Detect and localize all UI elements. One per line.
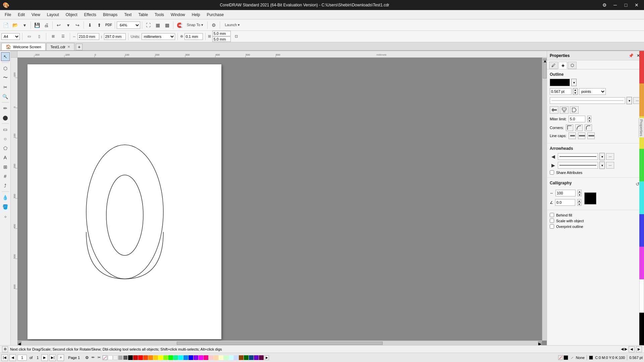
swatch-white[interactable]: [108, 355, 113, 360]
cal-width-down[interactable]: ▼: [578, 193, 582, 196]
miter-up[interactable]: ▲: [587, 116, 591, 119]
zoom-tool[interactable]: 🔍: [1, 92, 10, 101]
v-scroll-up[interactable]: ▲: [543, 58, 547, 61]
prop-tab-transparency[interactable]: ⬡: [568, 62, 577, 69]
arrow-start-more[interactable]: ···: [606, 153, 614, 160]
strip-blue[interactable]: [639, 214, 644, 247]
text-tool[interactable]: A: [1, 153, 10, 162]
line-style-arrow[interactable]: ▾: [627, 97, 632, 104]
swatch-green[interactable]: [168, 355, 173, 360]
swatch-magenta[interactable]: [199, 355, 203, 360]
launch-btn[interactable]: Launch ▾: [222, 21, 243, 29]
arrow-end-select[interactable]: [558, 162, 598, 169]
interactive-fill-tool[interactable]: ⬦: [1, 212, 10, 221]
swatch-amber[interactable]: [153, 355, 158, 360]
swatch-light[interactable]: [113, 355, 118, 360]
page-add-btn[interactable]: +: [57, 354, 64, 361]
swatch-brown[interactable]: [239, 355, 244, 360]
welcome-tab[interactable]: 🏠 Welcome Screen: [1, 43, 46, 50]
swatch-dark-blue[interactable]: [249, 355, 254, 360]
save-btn[interactable]: 💾: [33, 21, 41, 29]
smart-draw-tool[interactable]: ⬤: [1, 113, 10, 122]
height-input[interactable]: [104, 33, 126, 40]
swatch-blue[interactable]: [189, 355, 193, 360]
canvas-area[interactable]: -200 -100 0 100 200 300 400 500 600 mi: [11, 51, 547, 345]
menu-window[interactable]: Window: [167, 11, 189, 18]
corner-round-btn[interactable]: [575, 124, 583, 131]
cal-angle-input[interactable]: [555, 199, 575, 206]
parallel-dim-tool[interactable]: #: [1, 172, 10, 181]
doc-tab[interactable]: Test1.cdr ✕: [46, 43, 75, 50]
maximize-btn[interactable]: □: [621, 1, 631, 9]
swatch-yellow[interactable]: [158, 355, 163, 360]
v-scroll-thumb[interactable]: [543, 62, 547, 78]
page-prev-btn[interactable]: ◀: [9, 354, 16, 361]
cal-width-up[interactable]: ▲: [578, 190, 582, 193]
shape-tool[interactable]: ⬡: [1, 64, 10, 73]
polygon-tool[interactable]: ⬠: [1, 144, 10, 153]
swatch-purple[interactable]: [194, 355, 198, 360]
units-select[interactable]: millimeters: [142, 33, 175, 40]
cal-angle-down[interactable]: ▼: [577, 202, 581, 206]
linecap-square-btn[interactable]: [578, 132, 585, 139]
cal-angle-up[interactable]: ▲: [577, 199, 581, 202]
rect-tool[interactable]: ▭: [1, 125, 10, 134]
swatch-light-blue[interactable]: [234, 355, 238, 360]
swatch-light-pink[interactable]: [209, 355, 213, 360]
vertical-scrollbar[interactable]: ▲: [542, 58, 547, 341]
swatch-yellow-green[interactable]: [163, 355, 168, 360]
page-layout-btn[interactable]: ⊞: [49, 32, 57, 41]
cal-width-input[interactable]: [555, 190, 576, 196]
fill-tool[interactable]: 🪣: [1, 202, 10, 211]
color-eyedropper-tool[interactable]: 💧: [1, 193, 10, 202]
properties-side-label[interactable]: Properties: [638, 118, 644, 137]
panel-pin-btn[interactable]: 📌: [628, 53, 634, 59]
swatch-orange-red[interactable]: [143, 355, 148, 360]
linecap-butt-btn[interactable]: [569, 132, 576, 139]
minimize-btn[interactable]: ─: [610, 1, 620, 9]
strip-orange[interactable]: [639, 83, 644, 116]
undo-btn[interactable]: ↩: [54, 21, 63, 29]
import-btn[interactable]: ⬇: [86, 21, 94, 29]
freehand-tool[interactable]: ✏: [1, 104, 10, 113]
arrow-end-arrow[interactable]: ▾: [599, 162, 605, 169]
ellipse-tool[interactable]: ○: [1, 134, 10, 143]
swatch-orange[interactable]: [148, 355, 153, 360]
page-last-btn[interactable]: ▶|: [49, 354, 56, 361]
settings-btn[interactable]: ⚙: [600, 1, 609, 9]
palette-settings-btn[interactable]: ⚙: [84, 355, 90, 361]
menu-effects[interactable]: Effects: [81, 11, 100, 18]
menu-help[interactable]: Help: [189, 11, 204, 18]
undo-arrow-btn[interactable]: ▾: [64, 21, 72, 29]
swatch-dark-purple[interactable]: [254, 355, 259, 360]
palette-edit-btn[interactable]: ✏: [90, 355, 96, 361]
portrait-btn[interactable]: ▭: [25, 32, 34, 41]
calligraphy-color-swatch[interactable]: [584, 192, 596, 204]
open-btn[interactable]: 📂: [11, 21, 19, 29]
menu-text[interactable]: Text: [121, 11, 135, 18]
page-next-btn[interactable]: ▶: [41, 354, 48, 361]
page-view-btn[interactable]: ☰: [59, 32, 67, 41]
thickness-spin[interactable]: ▲▼: [573, 88, 578, 95]
strip-red[interactable]: [639, 51, 644, 83]
swatch-black[interactable]: [128, 355, 133, 360]
options-btn[interactable]: ⚙: [209, 21, 218, 29]
swatch-spring-green[interactable]: [173, 355, 178, 360]
nudge-input[interactable]: [184, 33, 203, 40]
miter-input[interactable]: [569, 116, 585, 122]
swatch-dark-green[interactable]: [244, 355, 249, 360]
share-attr-checkbox[interactable]: [550, 170, 554, 175]
nudge-y-input[interactable]: [212, 37, 231, 42]
page-current-input[interactable]: [17, 355, 27, 361]
fill-swatch[interactable]: [558, 355, 563, 360]
prop-tab-fill[interactable]: ◈: [558, 62, 567, 69]
snap-to-btn[interactable]: Snap To ▾: [184, 21, 206, 29]
strip-green[interactable]: [639, 149, 644, 181]
nudge-x-input[interactable]: [212, 31, 231, 36]
page-first-btn[interactable]: |◀: [1, 354, 8, 361]
outline-color-arrow[interactable]: ▾: [571, 79, 577, 86]
h-scroll-thumb[interactable]: [177, 342, 383, 345]
style-btn-3[interactable]: [570, 106, 579, 114]
zoom-select[interactable]: 64% 100% 50%: [117, 21, 140, 29]
landscape-btn[interactable]: ▯: [35, 32, 44, 41]
